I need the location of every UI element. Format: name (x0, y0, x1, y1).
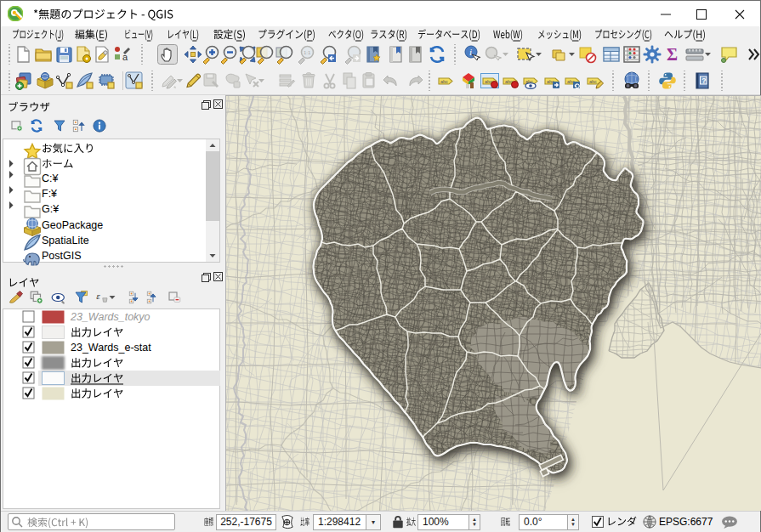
svg-text:ε: ε (96, 291, 100, 301)
svg-text:abc: abc (589, 78, 597, 83)
svg-text:Σ: Σ (667, 45, 678, 64)
svg-text:i: i (469, 47, 472, 57)
svg-text:abc: abc (440, 78, 448, 83)
svg-text:?: ? (701, 76, 706, 84)
svg-text:1:1: 1:1 (304, 50, 311, 55)
